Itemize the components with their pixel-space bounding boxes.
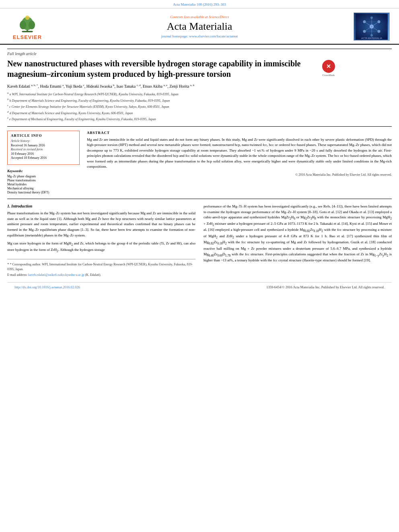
intro-right-col: performance of the Mg–Ti–H system has be… <box>204 204 392 279</box>
article-dates: Article history: Received 16 January 201… <box>11 139 76 160</box>
abstract-title: ABSTRACT <box>87 131 392 135</box>
revised-label: Received in revised form <box>11 148 76 151</box>
article-type: Full length article <box>7 49 392 56</box>
header-center: Contents lists available at ScienceDirec… <box>47 15 352 38</box>
footnote-corresponding-text: * Corresponding author. WPI, Internation… <box>7 263 193 271</box>
section-intro-title: 1. Introduction <box>7 204 195 208</box>
keyword-5: Density functional theory (DFT) <box>7 191 80 194</box>
affiliation-e: e e Department of Mechanical Engineering… <box>7 116 392 122</box>
journal-reference: Acta Materialia 108 (2016) 293–303 <box>173 2 226 6</box>
keyword-2: Phase transformations <box>7 179 80 182</box>
footnote-star-icon: * <box>7 262 9 266</box>
intro-paragraph-1: Phase transformations in the Mg–Zr syste… <box>7 211 195 239</box>
two-col-main: 1. Introduction Phase transformations in… <box>7 204 392 279</box>
article-title: New nanostructured phases with reversibl… <box>7 58 315 79</box>
svg-point-2 <box>20 21 26 29</box>
left-column: ARTICLE INFO Article history: Received 1… <box>7 131 80 195</box>
affiliation-a: a a WPI, International Institute for Car… <box>7 91 392 97</box>
journal-title: Acta Materialia <box>47 21 352 33</box>
keywords-box: Keywords: Mg–Zr phase diagram Phase tran… <box>7 169 80 194</box>
acta-logo: ACTA MATERIALIA <box>354 12 390 41</box>
elsevier-logo-container: ELSEVIER <box>7 13 47 40</box>
intro-paragraph-2: Mg can store hydrogen in the form of MgH… <box>7 241 195 253</box>
footnote-area: * * Corresponding author. WPI, Internati… <box>7 259 195 277</box>
sciencedirect-link[interactable]: ScienceDirect <box>209 15 229 19</box>
journal-header: ELSEVIER Contents lists available at Sci… <box>0 8 399 45</box>
page-wrapper: Acta Materialia 108 (2016) 293–303 ELSEV… <box>0 0 399 296</box>
acta-logo-graphic: ACTA MATERIALIA <box>356 14 388 40</box>
bottom-bar: http://dx.doi.org/10.1016/j.actamat.2016… <box>7 282 392 292</box>
affiliation-d: d d Department of Materials Science and … <box>7 110 392 116</box>
keyword-3: Metal hydrides <box>7 183 80 186</box>
elsevier-logo: ELSEVIER <box>13 13 42 40</box>
keywords-title: Keywords: <box>7 169 80 173</box>
abstract-text: Mg and Zr are immiscible in the solid an… <box>87 137 392 170</box>
section-title-text: Introduction <box>11 204 32 208</box>
journal-homepage: journal homepage: www.elsevier.com/locat… <box>47 34 352 38</box>
affiliation-b: b b Department of Materials Science and … <box>7 97 392 103</box>
doi-link[interactable]: http://dx.doi.org/10.1016/j.actamat.2016… <box>14 285 80 289</box>
authors-line: Kaveh Edalati a, b, *, Hoda Emami a, Yuj… <box>7 83 392 89</box>
svg-rect-4 <box>22 31 33 32</box>
affiliation-c: c c Center for Elements Strategy Initiat… <box>7 103 392 109</box>
keyword-1: Mg–Zr phase diagram <box>7 175 80 178</box>
svg-point-3 <box>29 21 35 29</box>
history-label: Article history: <box>11 139 76 143</box>
affiliations: a a WPI, International Institute for Car… <box>7 91 392 122</box>
svg-point-5 <box>25 15 30 20</box>
copyright-line: © 2016 Acta Materialia Inc. Published by… <box>87 173 392 177</box>
footnote-email-suffix: (K. Edalati). <box>84 273 101 277</box>
title-crossmark-row: New nanostructured phases with reversibl… <box>7 58 392 83</box>
article-info-box: ARTICLE INFO Article history: Received 1… <box>7 131 80 165</box>
article-body: Full length article New nanostructured p… <box>0 45 399 296</box>
footnote-email: E-mail address: kaveh.edalati@zaiko6.zai… <box>7 273 195 277</box>
revised-date: 10 February 2016 <box>11 152 76 156</box>
svg-text:ACTA MATERIALIA: ACTA MATERIALIA <box>361 37 382 39</box>
sciencedirect-text: Contents lists available at ScienceDirec… <box>47 15 352 19</box>
article-info-abstract-section: ARTICLE INFO Article history: Received 1… <box>7 126 392 195</box>
elsevier-label: ELSEVIER <box>13 34 42 40</box>
crossmark-badge: ✕ CrossMark <box>322 60 335 77</box>
issn-text: 1359-6454/© 2016 Acta Materialia Inc. Pu… <box>266 285 385 289</box>
crossmark-icon: ✕ <box>322 60 335 73</box>
section-number: 1. <box>7 204 10 208</box>
journal-homepage-link[interactable]: www.elsevier.com/locate/actamat <box>189 34 238 38</box>
elsevier-tree-icon <box>15 13 39 33</box>
abstract-section: ABSTRACT Mg and Zr are immiscible in the… <box>87 131 392 195</box>
journal-reference-bar: Acta Materialia 108 (2016) 293–303 <box>0 0 399 8</box>
authors-text: Kaveh Edalati a, b, *, Hoda Emami a, Yuj… <box>7 84 194 88</box>
accepted-date: Accepted 10 February 2016 <box>11 156 76 160</box>
keyword-4: Mechanical alloying <box>7 187 80 190</box>
acta-logo-container: ACTA MATERIALIA <box>352 12 392 41</box>
main-content: 1. Introduction Phase transformations in… <box>7 199 392 279</box>
footnote-corresponding: * * Corresponding author. WPI, Internati… <box>7 262 195 271</box>
crossmark-label: CrossMark <box>322 74 335 77</box>
footnote-email-link[interactable]: kaveh.edalati@zaiko6.zaiko.kyushu-u.ac.j… <box>28 273 84 277</box>
intro-left-col: 1. Introduction Phase transformations in… <box>7 204 195 279</box>
article-info-title: ARTICLE INFO <box>11 134 76 138</box>
right-paragraph-1: performance of the Mg–Ti–H system has be… <box>204 204 392 263</box>
received-date: Received 16 January 2016 <box>11 144 76 147</box>
